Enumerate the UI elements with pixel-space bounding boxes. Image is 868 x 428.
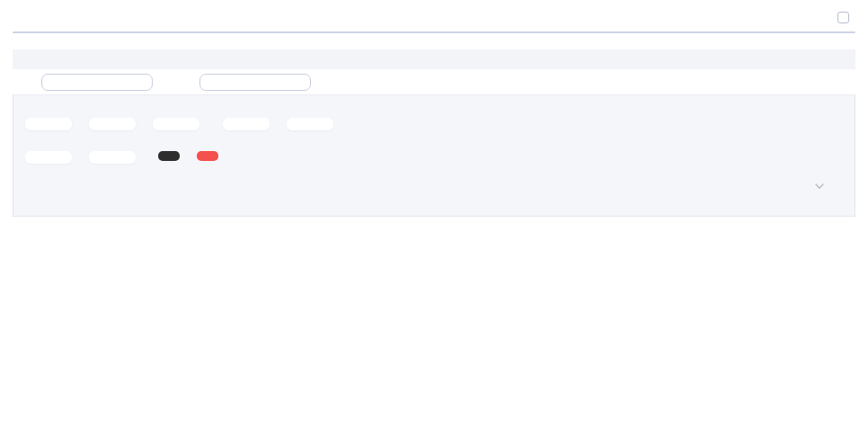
tag-error xyxy=(197,151,218,161)
time-spent-section xyxy=(25,143,136,164)
tag-todo xyxy=(158,151,180,161)
tags-section xyxy=(158,143,218,161)
tickets-table xyxy=(13,49,855,217)
edited-card-created xyxy=(223,118,270,130)
hide-completed-checkbox[interactable] xyxy=(837,12,849,23)
name-filter-input[interactable] xyxy=(199,74,311,91)
time-card-estimation xyxy=(25,151,72,164)
page-header xyxy=(0,0,868,31)
filter-row xyxy=(13,69,855,95)
detail-card-summary xyxy=(153,118,199,130)
expanded-ticket-panel xyxy=(13,95,855,217)
detail-card-key xyxy=(25,118,72,130)
details-edited-row xyxy=(25,110,840,130)
table-header-row xyxy=(13,49,855,69)
edited-card-closing-date xyxy=(287,118,333,130)
chevron-down-icon[interactable] xyxy=(813,180,826,192)
detail-card-milestone xyxy=(89,118,136,130)
details-section xyxy=(25,110,199,130)
key-filter-input[interactable] xyxy=(41,74,153,91)
title-divider xyxy=(13,31,855,33)
hide-completed-toggle[interactable] xyxy=(837,12,855,23)
edited-section xyxy=(223,110,333,130)
timespent-tags-row xyxy=(25,143,840,164)
work-logs-section[interactable] xyxy=(25,180,840,192)
time-card-spending xyxy=(89,151,136,164)
milestone-page xyxy=(0,0,868,428)
